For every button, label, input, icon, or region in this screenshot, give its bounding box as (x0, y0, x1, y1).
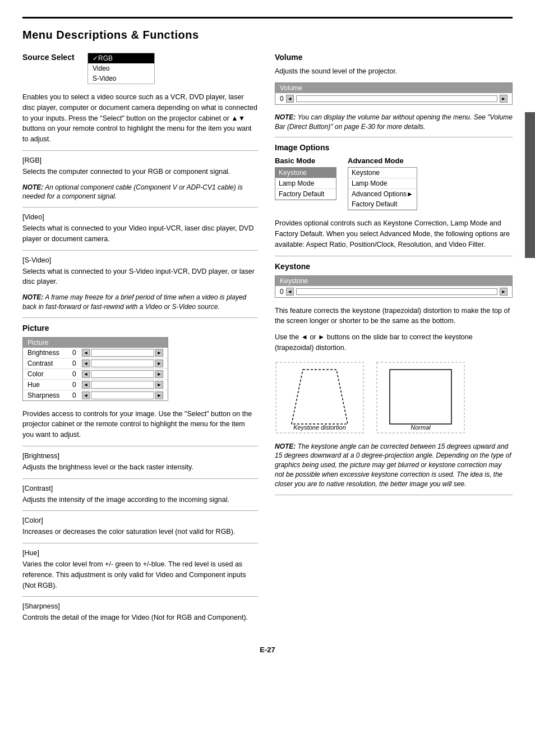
brightness-desc: Adjusts the brightness level or the back… (22, 462, 258, 473)
advanced-options-label: Advanced Options (352, 190, 407, 198)
sharpness-desc: Controls the detail of the image for Vid… (22, 612, 258, 623)
volume-value: 0 (280, 95, 284, 103)
brightness-heading: [Brightness] (22, 452, 258, 460)
source-select-heading: Source Select (22, 53, 79, 62)
color-row: Color 0 ◄ ► (23, 369, 168, 380)
svg-marker-1 (292, 370, 348, 424)
sharpness-label: Sharpness (27, 391, 72, 399)
brightness-row: Brightness 0 ◄ ► (23, 348, 168, 358)
keystone-left-btn[interactable]: ◄ (286, 288, 294, 296)
keystone-images: Keystone distortion Normal (275, 361, 513, 434)
source-select-description: Enables you to select a video source suc… (22, 92, 258, 145)
picture-menu-title: Picture (23, 338, 168, 348)
advanced-keystone[interactable]: Keystone (348, 168, 417, 178)
divider-1 (22, 150, 258, 151)
advanced-mode-box: Keystone Lamp Mode Advanced Options ► Fa… (348, 167, 417, 210)
contrast-slider-area: 0 ◄ ► (72, 359, 163, 367)
volume-menu-title: Volume (275, 83, 512, 93)
advanced-options-arrow: ► (407, 190, 413, 198)
color-slider-area: 0 ◄ ► (72, 370, 163, 378)
hue-label: Hue (27, 381, 72, 389)
volume-note-label: NOTE: (275, 113, 296, 121)
divider-8 (22, 543, 258, 543)
hue-desc: Varies the color level from +/- green to… (22, 559, 258, 591)
hue-value: 0 (72, 381, 79, 389)
keystone-desc1: This feature corrects the keystone (trap… (275, 306, 513, 327)
volume-left-btn[interactable]: ◄ (286, 95, 294, 103)
picture-heading: Picture (22, 324, 258, 333)
brightness-left-btn[interactable]: ◄ (82, 349, 90, 357)
volume-note: NOTE: You can display the volume bar wit… (275, 113, 513, 132)
divider-12 (275, 495, 513, 495)
hue-left-btn[interactable]: ◄ (82, 381, 90, 389)
contrast-desc: Adjusts the intensity of the image accor… (22, 495, 258, 505)
image-options-description: Provides optional controls such as Keyst… (275, 218, 513, 250)
basic-keystone[interactable]: Keystone (275, 168, 336, 178)
color-right-btn[interactable]: ► (155, 370, 163, 378)
svideo-heading: [S-Video] (22, 256, 258, 264)
basic-lamp-mode[interactable]: Lamp Mode (275, 178, 336, 189)
sharpness-left-btn[interactable]: ◄ (82, 391, 90, 399)
sharpness-slider-area: 0 ◄ ► (72, 391, 163, 399)
hue-track (91, 381, 154, 389)
basic-mode-box: Keystone Lamp Mode Factory Default (275, 167, 336, 200)
divider-11 (275, 256, 513, 256)
contrast-value: 0 (72, 359, 79, 367)
keystone-distortion-svg (275, 361, 365, 434)
advanced-mode-col: Advanced Mode Keystone Lamp Mode Advance… (348, 156, 417, 210)
right-column: Volume Adjusts the sound level of the pr… (275, 53, 513, 629)
sharpness-row: Sharpness 0 ◄ ► (23, 390, 168, 400)
rgb-note: NOTE: An optional component cable (Compo… (22, 183, 258, 202)
keystone-menu-title: Keystone (275, 276, 512, 286)
divider-4 (22, 317, 258, 318)
brightness-label: Brightness (27, 349, 72, 357)
advanced-factory-default[interactable]: Factory Default (348, 199, 417, 210)
source-select-dropdown[interactable]: ✓RGB Video S-Video (87, 53, 155, 84)
volume-description: Adjusts the sound level of the projector… (275, 66, 513, 77)
color-left-btn[interactable]: ◄ (82, 370, 90, 378)
keystone-right-btn[interactable]: ► (500, 288, 508, 296)
keystone-note-text: The keystone angle can be corrected betw… (275, 442, 511, 488)
volume-right-btn[interactable]: ► (500, 95, 508, 103)
contrast-left-btn[interactable]: ◄ (82, 359, 90, 367)
basic-factory-default[interactable]: Factory Default (275, 189, 336, 200)
keystone-distortion-label: Keystone distortion (293, 424, 346, 431)
dropdown-item-svideo[interactable]: S-Video (88, 73, 154, 84)
sharpness-heading: [Sharpness] (22, 602, 258, 610)
contrast-row: Contrast 0 ◄ ► (23, 358, 168, 369)
keystone-slider-row: 0 ◄ ► (275, 286, 512, 297)
brightness-right-btn[interactable]: ► (155, 349, 163, 357)
divider-5 (22, 446, 258, 446)
sharpness-right-btn[interactable]: ► (155, 391, 163, 399)
picture-description: Provides access to controls for your ima… (22, 409, 258, 440)
contrast-right-btn[interactable]: ► (155, 359, 163, 367)
hue-row: Hue 0 ◄ ► (23, 380, 168, 390)
dropdown-item-rgb[interactable]: ✓RGB (88, 53, 154, 63)
brightness-track (91, 349, 154, 357)
source-select-section: Source Select ✓RGB Video S-Video (22, 53, 258, 84)
hue-right-btn[interactable]: ► (155, 381, 163, 389)
brightness-value: 0 (72, 349, 79, 357)
advanced-options-row[interactable]: Advanced Options ► (348, 189, 417, 199)
sharpness-value: 0 (72, 391, 79, 399)
svideo-note: NOTE: A frame may freeze for a brief per… (22, 293, 258, 312)
color-label: Color (27, 370, 72, 378)
contrast-track (91, 359, 154, 367)
dropdown-item-video[interactable]: Video (88, 63, 154, 73)
image-options-heading: Image Options (275, 143, 513, 152)
divider-10 (275, 137, 513, 137)
volume-track (296, 95, 497, 102)
advanced-mode-heading: Advanced Mode (348, 156, 417, 165)
basic-mode-col: Basic Mode Keystone Lamp Mode Factory De… (275, 156, 336, 210)
color-desc: Increases or decreases the color saturat… (22, 527, 258, 537)
normal-svg (376, 361, 465, 434)
rgb-note-label: NOTE: (22, 183, 43, 191)
top-border (22, 17, 513, 19)
volume-section: Volume Adjusts the sound level of the pr… (275, 53, 513, 137)
volume-heading: Volume (275, 53, 513, 62)
svg-rect-3 (390, 370, 451, 424)
contrast-heading: [Contrast] (22, 485, 258, 492)
volume-note-text: You can display the volume bar without o… (275, 113, 513, 131)
picture-menu-box: Picture Brightness 0 ◄ ► Contrast (22, 337, 168, 401)
advanced-lamp-mode[interactable]: Lamp Mode (348, 178, 417, 189)
